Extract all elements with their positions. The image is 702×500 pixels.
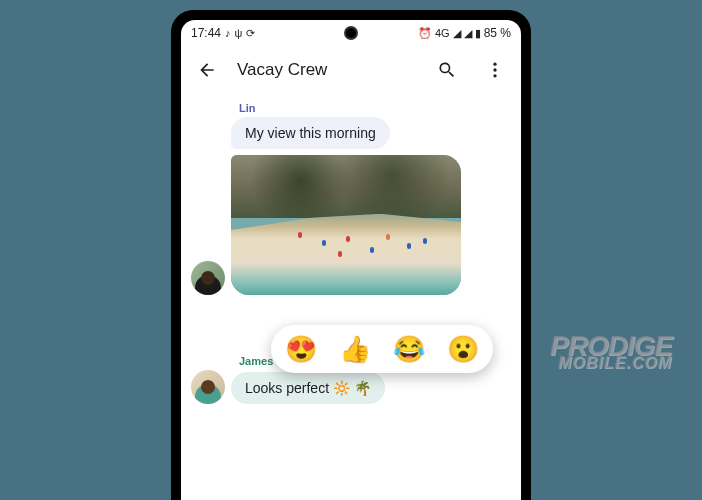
network-type: 4G bbox=[435, 27, 450, 39]
battery-icon: ▮ bbox=[475, 27, 481, 40]
sync-icon: ⟳ bbox=[246, 27, 255, 40]
message-bubble-lin-image[interactable] bbox=[231, 155, 461, 295]
reaction-heart-eyes[interactable]: 😍 bbox=[285, 334, 317, 365]
watermark-line1: PRODIGE bbox=[550, 335, 672, 357]
more-vert-icon bbox=[485, 60, 505, 80]
reaction-picker[interactable]: 😍 👍 😂 😮 bbox=[271, 325, 493, 373]
avatar-lin[interactable] bbox=[191, 261, 225, 295]
reaction-joy[interactable]: 😂 bbox=[393, 334, 425, 365]
status-time: 17:44 bbox=[191, 26, 221, 40]
svg-point-1 bbox=[493, 68, 496, 71]
usb-icon: ψ bbox=[235, 27, 243, 39]
arrow-left-icon bbox=[197, 60, 217, 80]
svg-point-0 bbox=[493, 63, 496, 66]
message-bubble-lin-text[interactable]: My view this morning bbox=[231, 117, 390, 149]
svg-point-2 bbox=[493, 74, 496, 77]
app-bar: Vacay Crew bbox=[181, 46, 521, 94]
reaction-thumbs-up[interactable]: 👍 bbox=[339, 334, 371, 365]
message-bubble-james[interactable]: Looks perfect 🔆 🌴 bbox=[231, 372, 385, 404]
alarm-icon: ⏰ bbox=[418, 27, 432, 40]
phone-frame: 17:44 ♪ ψ ⟳ ⏰ 4G ◢ ◢ ▮ 85 % Vacay Crew bbox=[171, 10, 531, 500]
sender-label-lin: Lin bbox=[239, 102, 511, 114]
front-camera bbox=[344, 26, 358, 40]
message-row-james: Looks perfect 🔆 🌴 bbox=[191, 370, 511, 404]
watermark-line2: MOBILE.COM bbox=[550, 357, 672, 370]
search-icon bbox=[437, 60, 457, 80]
screen: 17:44 ♪ ψ ⟳ ⏰ 4G ◢ ◢ ▮ 85 % Vacay Crew bbox=[181, 20, 521, 500]
music-icon: ♪ bbox=[225, 27, 231, 39]
signal-icon-1: ◢ bbox=[453, 27, 461, 40]
conversation: Lin My view this morning bbox=[181, 94, 521, 418]
battery-percent: 85 % bbox=[484, 26, 511, 40]
more-button[interactable] bbox=[477, 52, 513, 88]
message-row-lin-text: My view this morning bbox=[191, 117, 511, 149]
search-button[interactable] bbox=[429, 52, 465, 88]
message-row-lin-image bbox=[191, 155, 511, 295]
avatar-james[interactable] bbox=[191, 370, 225, 404]
reaction-surprised[interactable]: 😮 bbox=[447, 334, 479, 365]
chat-title[interactable]: Vacay Crew bbox=[237, 60, 417, 80]
signal-icon-2: ◢ bbox=[464, 27, 472, 40]
watermark: PRODIGE MOBILE.COM bbox=[550, 335, 672, 370]
back-button[interactable] bbox=[189, 52, 225, 88]
